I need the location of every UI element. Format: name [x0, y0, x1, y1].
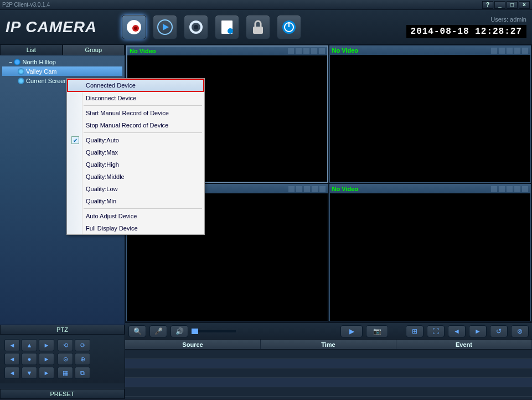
- menu-full-display[interactable]: Full Display Device: [67, 222, 204, 234]
- username: admin: [510, 16, 526, 23]
- cell-speaker-icon[interactable]: [296, 48, 302, 54]
- menu-separator: [84, 105, 202, 106]
- app-logo: IP CAMERA: [6, 18, 97, 36]
- tab-group[interactable]: Group: [63, 44, 125, 55]
- datetime-display: 2014-08-18 12:28:27: [406, 25, 526, 38]
- prev-page-button[interactable]: ◄: [448, 325, 466, 337]
- cell-speaker-icon[interactable]: [499, 186, 505, 192]
- menu-quality-high[interactable]: Quality:High: [67, 158, 204, 171]
- svg-point-2: [134, 27, 137, 30]
- ptz-panel: ◄ ▲ ► ◄ ● ► ◄ ▼ ► ⟲ ⟳ ⊝ ⊕ ▦ ⧉: [0, 335, 125, 383]
- column-time[interactable]: Time: [261, 340, 396, 349]
- next-page-button[interactable]: ►: [469, 325, 487, 337]
- tree-root[interactable]: − North Hilltop: [2, 57, 122, 66]
- cell-snapshot-icon[interactable]: [303, 48, 309, 54]
- ptz-down-left[interactable]: ◄: [4, 367, 20, 379]
- minimize-button[interactable]: _: [494, 1, 505, 9]
- ptz-left[interactable]: ◄: [4, 353, 20, 365]
- minus-icon: −: [9, 59, 12, 65]
- menu-quality-middle[interactable]: Quality:Middle: [67, 171, 204, 183]
- cell-speaker-icon[interactable]: [296, 186, 302, 192]
- play-icon: [157, 19, 173, 35]
- ptz-rotate-cw[interactable]: ⟳: [75, 339, 90, 351]
- speaker-button[interactable]: 🔊: [171, 325, 188, 337]
- power-button[interactable]: [277, 15, 301, 39]
- loop-button[interactable]: ↺: [490, 325, 508, 337]
- ptz-right[interactable]: ►: [39, 353, 54, 365]
- ptz-down-right[interactable]: ►: [39, 367, 54, 379]
- record-button[interactable]: ▶: [340, 325, 363, 337]
- cell-record-icon[interactable]: [312, 186, 318, 192]
- ptz-up-left[interactable]: ◄: [4, 339, 20, 351]
- table-row: [125, 387, 532, 397]
- live-view-button[interactable]: [122, 15, 146, 39]
- cell-record-icon[interactable]: [311, 48, 317, 54]
- document-icon: [219, 19, 235, 35]
- menu-quality-max[interactable]: Quality:Max: [67, 146, 204, 158]
- volume-slider[interactable]: [192, 330, 236, 332]
- ptz-zoom-in[interactable]: ⊕: [75, 353, 90, 365]
- ptz-up[interactable]: ▲: [22, 339, 37, 351]
- cell-mic-icon[interactable]: [288, 186, 295, 192]
- menu-quality-low[interactable]: Quality:Low: [67, 183, 204, 195]
- mic-button[interactable]: 🎤: [149, 325, 167, 337]
- cell-snapshot-icon[interactable]: [304, 186, 310, 192]
- tab-list[interactable]: List: [0, 44, 63, 55]
- log-button[interactable]: [215, 15, 239, 39]
- grid-layout-button[interactable]: ⊞: [406, 325, 423, 337]
- tree-item-valley-cam[interactable]: Valley Cam: [2, 66, 122, 76]
- cell-close-icon[interactable]: [319, 186, 326, 192]
- context-menu: Connected Device Disconnect Device Start…: [66, 78, 205, 235]
- fullscreen-button[interactable]: ⛶: [427, 325, 445, 337]
- preset-section-label[interactable]: PRESET: [0, 389, 125, 399]
- menu-auto-adjust[interactable]: Auto Adjust Device: [67, 210, 204, 222]
- menu-start-record[interactable]: Start Manual Record of Device: [67, 107, 204, 119]
- close-button[interactable]: ×: [519, 1, 530, 9]
- window-title: P2P Client-v3.0.1.4: [2, 2, 50, 8]
- cell-speaker-icon[interactable]: [499, 48, 505, 54]
- lock-button[interactable]: [246, 15, 270, 39]
- ptz-center[interactable]: ●: [22, 353, 37, 365]
- video-cell-2[interactable]: No Video: [329, 45, 531, 183]
- menu-quality-auto[interactable]: ✔ Quality:Auto: [67, 134, 204, 146]
- cell-mic-icon[interactable]: [288, 48, 294, 54]
- ptz-rotate-ccw[interactable]: ⟲: [58, 339, 73, 351]
- snapshot-button[interactable]: 📷: [366, 325, 388, 337]
- table-row: [125, 368, 532, 378]
- ptz-focus-near[interactable]: ▦: [58, 367, 73, 379]
- ptz-up-right[interactable]: ►: [39, 339, 54, 351]
- ptz-zoom-out[interactable]: ⊝: [58, 353, 73, 365]
- titlebar: P2P Client-v3.0.1.4 ? _ □ ×: [0, 0, 532, 10]
- settings-button[interactable]: [184, 15, 208, 39]
- menu-separator: [84, 132, 202, 133]
- menu-disconnect-device[interactable]: Disconnect Device: [67, 92, 204, 104]
- help-button[interactable]: ?: [482, 1, 493, 9]
- maximize-button[interactable]: □: [507, 1, 518, 9]
- cell-record-icon[interactable]: [514, 48, 520, 54]
- cell-mic-icon[interactable]: [491, 48, 497, 54]
- main-toolbar: [122, 15, 301, 39]
- cell-close-icon[interactable]: [319, 48, 325, 54]
- menu-connected-device[interactable]: Connected Device: [67, 79, 204, 92]
- event-table: Source Time Event: [125, 339, 532, 397]
- cell-snapshot-icon[interactable]: [507, 48, 513, 54]
- playback-button[interactable]: [153, 15, 177, 39]
- cell-record-icon[interactable]: [514, 186, 520, 192]
- svg-point-8: [228, 28, 233, 34]
- stop-all-button[interactable]: ⊗: [511, 325, 529, 337]
- cell-mic-icon[interactable]: [491, 186, 497, 192]
- column-source[interactable]: Source: [125, 340, 261, 349]
- cell-snapshot-icon[interactable]: [507, 186, 513, 192]
- power-icon: [281, 19, 297, 35]
- zoom-button[interactable]: 🔍: [128, 325, 146, 337]
- cell-close-icon[interactable]: [522, 48, 528, 54]
- column-event[interactable]: Event: [396, 340, 532, 349]
- cell-close-icon[interactable]: [522, 186, 528, 192]
- ptz-focus-far[interactable]: ⧉: [75, 367, 90, 379]
- users-label: Users: admin: [406, 16, 526, 23]
- ptz-section-label: PTZ: [0, 325, 125, 335]
- video-cell-4[interactable]: No Video: [329, 184, 531, 321]
- menu-quality-min[interactable]: Quality:Min: [67, 195, 204, 207]
- ptz-down[interactable]: ▼: [22, 367, 37, 379]
- menu-stop-record[interactable]: Stop Manual Record of Device: [67, 119, 204, 131]
